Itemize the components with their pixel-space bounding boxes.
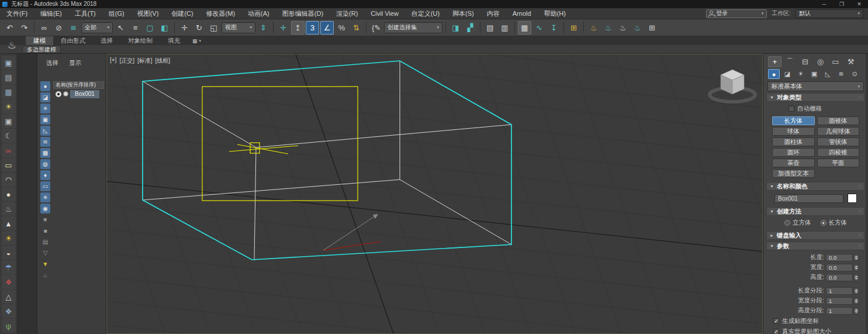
- radio-box[interactable]: ●长方体: [821, 219, 848, 227]
- reference-coordinate-dropdown[interactable]: 视图▾: [222, 22, 255, 33]
- menu-group[interactable]: 组(G): [102, 8, 131, 19]
- category-dropdown[interactable]: 标准基本体 ▾: [767, 81, 864, 91]
- layer-explorer-toggle-icon[interactable]: ▥: [498, 21, 511, 35]
- subtab-spacewarps[interactable]: ≋: [835, 69, 847, 79]
- subtab-geometry[interactable]: ●: [768, 69, 780, 79]
- rendered-frame-icon[interactable]: ♨: [601, 21, 615, 35]
- cone-icon[interactable]: ▲: [2, 216, 16, 230]
- display-geometry-icon[interactable]: ●: [40, 81, 50, 91]
- toolbar-icon[interactable]: [480, 22, 480, 33]
- value-field[interactable]: 1: [826, 307, 853, 315]
- tab-modeling[interactable]: 建模: [26, 36, 53, 45]
- rain-icon[interactable]: ☂: [2, 260, 16, 274]
- sphere-icon[interactable]: ●: [2, 187, 16, 201]
- moon-icon[interactable]: ☾: [2, 129, 16, 143]
- material-editor-icon[interactable]: ⊞: [567, 21, 580, 35]
- angle-snap-icon[interactable]: ∠: [320, 21, 334, 35]
- explorer-row-box001[interactable]: Box001: [53, 89, 106, 99]
- button-torus[interactable]: 圆环: [772, 148, 815, 157]
- toolbar-icon[interactable]: [583, 22, 584, 33]
- button-plane[interactable]: 平面: [817, 159, 860, 167]
- display-lights-icon[interactable]: ☀: [40, 104, 50, 113]
- menu-edit[interactable]: 编辑(E): [34, 8, 68, 19]
- tab-hierarchy[interactable]: ⊟: [798, 56, 812, 67]
- explorer-column-header[interactable]: 名称(按升序排序): [53, 81, 104, 89]
- visibility-eye-icon[interactable]: [56, 91, 61, 97]
- menu-content[interactable]: 内容: [480, 8, 506, 19]
- toolbar-icon[interactable]: [174, 22, 175, 33]
- button-tube[interactable]: 管状体: [817, 137, 860, 146]
- value-field[interactable]: 1: [826, 297, 853, 305]
- radio-cube[interactable]: 立方体: [784, 219, 811, 227]
- lock-cell-icon[interactable]: ■: [40, 226, 50, 236]
- tab-populate[interactable]: 填充: [160, 36, 188, 45]
- rectangular-selection-icon[interactable]: ▢: [143, 21, 157, 35]
- value-field[interactable]: 0.0: [826, 274, 853, 281]
- viewport-general-menu[interactable]: [+]: [110, 57, 116, 65]
- menu-tools[interactable]: 工具(T): [68, 8, 102, 19]
- viewport-style-menu[interactable]: [标准]: [137, 57, 153, 65]
- render-gallery-icon[interactable]: ⊞: [645, 21, 659, 35]
- percent-snap-icon[interactable]: %: [335, 21, 348, 35]
- check-generate-mapping-coords[interactable]: ✓ 生成贴图坐标: [773, 317, 865, 325]
- edit-name-icon[interactable]: ▤: [40, 237, 50, 247]
- sun-icon[interactable]: ☀: [2, 231, 16, 245]
- tab-selection[interactable]: 选择: [93, 36, 120, 45]
- display-frozen-icon[interactable]: ✳: [40, 192, 50, 202]
- spinner[interactable]: [853, 274, 859, 281]
- grid-panel-icon[interactable]: ▦: [2, 85, 16, 99]
- select-by-name-icon[interactable]: ≡: [129, 21, 142, 35]
- object-color-swatch[interactable]: [848, 194, 857, 203]
- menu-help[interactable]: 帮助(H): [538, 8, 572, 19]
- render-icon[interactable]: ♨: [616, 21, 630, 35]
- display-containers-icon[interactable]: ▭: [40, 181, 50, 191]
- subtab-systems[interactable]: ⊙: [849, 69, 860, 79]
- menu-rendering[interactable]: 渲染(R): [330, 8, 364, 19]
- select-object-icon[interactable]: ↖: [114, 21, 127, 35]
- tab-create[interactable]: +: [768, 56, 781, 67]
- mirror-icon[interactable]: ◨: [449, 21, 462, 35]
- toolbar-icon[interactable]: [563, 22, 564, 33]
- edit-selection-set-icon[interactable]: {✎: [369, 21, 383, 35]
- grass-icon[interactable]: ψ: [2, 319, 16, 333]
- rollout-header[interactable]: ▼ 名称和颜色 ∷: [766, 182, 865, 191]
- menu-civil-view[interactable]: Civil View: [364, 8, 404, 19]
- menu-create[interactable]: 创建(C): [165, 8, 199, 19]
- pyramid-helper-icon[interactable]: △: [2, 290, 16, 304]
- select-and-link-icon[interactable]: ∞: [37, 21, 51, 35]
- toolbar-icon[interactable]: [366, 22, 366, 33]
- filter-icon[interactable]: ▼: [40, 259, 50, 269]
- spinner[interactable]: [853, 307, 859, 315]
- select-move-icon[interactable]: ✛: [178, 21, 191, 35]
- button-box[interactable]: 长方体: [772, 116, 815, 125]
- menu-animation[interactable]: 动画(A): [241, 8, 276, 19]
- tab-utilities[interactable]: ⚒: [844, 56, 857, 67]
- bind-to-space-warp-icon[interactable]: ≋: [67, 21, 80, 35]
- subtab-helpers[interactable]: ◺: [822, 69, 834, 79]
- value-field[interactable]: 0.0: [826, 264, 853, 271]
- tab-object-paint[interactable]: 对象绘制: [120, 36, 160, 45]
- ribbon-toggle-icon[interactable]: ▦: [518, 21, 531, 35]
- list-panel-icon[interactable]: ▤: [2, 70, 16, 84]
- rollout-header[interactable]: ▼ 对象类型 ∷: [766, 93, 865, 102]
- teapot-icon[interactable]: ♨: [2, 202, 16, 216]
- archive-icon[interactable]: ⌂: [40, 270, 50, 280]
- button-textplus[interactable]: 加强型文本: [772, 169, 815, 178]
- minimize-button[interactable]: ─: [815, 0, 833, 8]
- ribbon-launcher-teapot-icon[interactable]: ♨: [3, 37, 20, 53]
- menu-customize[interactable]: 自定义(U): [405, 8, 446, 19]
- explorer-menu-display[interactable]: 显示: [69, 59, 81, 67]
- select-scale-icon[interactable]: ◱: [207, 21, 220, 35]
- polygon-modeling-button[interactable]: 多边形建模: [22, 46, 61, 53]
- viewport-shading-menu[interactable]: [线框]: [155, 57, 171, 65]
- render-setup-icon[interactable]: ♨: [587, 21, 600, 35]
- toolbar-icon[interactable]: [445, 22, 446, 33]
- render-cloud-icon[interactable]: ♨: [631, 21, 644, 35]
- autogrid-checkbox[interactable]: 自动栅格: [789, 105, 865, 113]
- window-crossing-icon[interactable]: ◧: [158, 21, 171, 35]
- named-selection-dropdown[interactable]: 创建选择集▾: [384, 22, 442, 33]
- display-cameras-icon[interactable]: ▣: [40, 115, 50, 125]
- button-sphere[interactable]: 球体: [772, 127, 815, 136]
- spinner[interactable]: [853, 264, 859, 271]
- scene-explorer-toggle-icon[interactable]: ▤: [483, 21, 497, 35]
